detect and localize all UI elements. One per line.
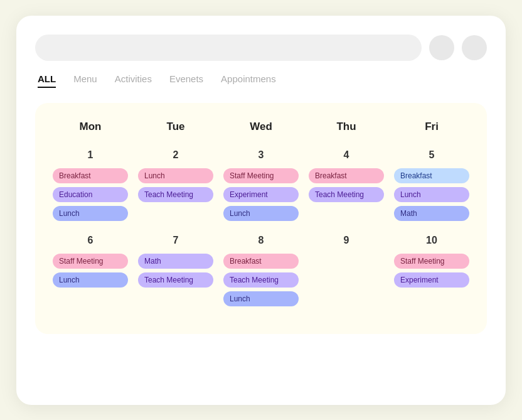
event-badge[interactable]: Breakfast [53, 168, 128, 183]
day-cell-7: 7MathTeach Meeting [133, 231, 218, 316]
menu-icon-button[interactable] [429, 35, 454, 60]
event-badge[interactable]: Lunch [53, 272, 128, 288]
user-icon-button[interactable] [462, 35, 487, 60]
event-badge[interactable]: Breakfast [394, 168, 469, 183]
event-badge[interactable]: Lunch [223, 206, 299, 221]
day-number-5: 5 [394, 149, 469, 161]
day-cell-6: 6Staff MeetingLunch [48, 231, 133, 316]
day-header-mon: Mon [48, 121, 133, 146]
calendar-grid: MonTueWedThuFri1BreakfastEducationLunch2… [48, 121, 474, 316]
event-badge[interactable]: Staff Meeting [394, 254, 469, 269]
event-badge[interactable]: Lunch [53, 206, 128, 221]
day-cell-9: 9 [304, 231, 389, 316]
event-badge[interactable]: Experiment [394, 272, 469, 288]
event-badge[interactable]: Lunch [223, 291, 299, 306]
day-cell-10: 10Staff MeetingExperiment [389, 231, 474, 316]
day-cell-2: 2LunchTeach Meeting [133, 146, 218, 231]
search-input[interactable] [35, 35, 422, 61]
day-number-8: 8 [223, 235, 299, 246]
day-number-7: 7 [138, 235, 213, 246]
top-bar [35, 35, 487, 61]
day-cell-4: 4BreakfastTeach Meeting [304, 146, 389, 231]
event-badge[interactable]: Math [394, 206, 469, 221]
event-badge[interactable]: Teach Meeting [223, 272, 299, 288]
day-header-tue: Tue [133, 121, 218, 146]
app-container: ALLMenuActivitiesEvenetsAppointmens MonT… [16, 16, 506, 405]
event-badge[interactable]: Staff Meeting [223, 168, 299, 183]
nav-tab-all[interactable]: ALL [38, 73, 56, 88]
day-header-thu: Thu [304, 121, 389, 146]
event-badge[interactable]: Staff Meeting [53, 254, 128, 269]
day-header-fri: Fri [389, 121, 474, 146]
event-badge[interactable]: Teach Meeting [138, 272, 213, 288]
event-badge[interactable]: Teach Meeting [309, 187, 384, 202]
day-number-6: 6 [53, 235, 128, 246]
day-number-3: 3 [223, 149, 299, 161]
event-badge[interactable]: Teach Meeting [138, 187, 213, 202]
day-number-10: 10 [394, 235, 469, 246]
day-cell-8: 8BreakfastTeach MeetingLunch [218, 231, 304, 316]
day-cell-3: 3Staff MeetingExperimentLunch [218, 146, 304, 231]
nav-tab-menu[interactable]: Menu [73, 73, 97, 88]
event-badge[interactable]: Math [138, 254, 213, 269]
day-number-2: 2 [138, 149, 213, 161]
day-cell-5: 5BreakfastLunchMath [389, 146, 474, 231]
event-badge[interactable]: Education [53, 187, 128, 202]
nav-tabs: ALLMenuActivitiesEvenetsAppointmens [35, 73, 487, 88]
event-badge[interactable]: Breakfast [309, 168, 384, 183]
day-cell-1: 1BreakfastEducationLunch [48, 146, 133, 231]
event-badge[interactable]: Breakfast [223, 254, 299, 269]
event-badge[interactable]: Lunch [394, 187, 469, 202]
calendar-container: MonTueWedThuFri1BreakfastEducationLunch2… [35, 103, 487, 334]
nav-tab-activities[interactable]: Activities [115, 73, 152, 88]
nav-tab-appointmens[interactable]: Appointmens [221, 73, 276, 88]
event-badge[interactable]: Experiment [223, 187, 299, 202]
event-badge[interactable]: Lunch [138, 168, 213, 183]
nav-tab-evenets[interactable]: Evenets [169, 73, 203, 88]
day-number-4: 4 [309, 149, 384, 161]
day-number-9: 9 [309, 235, 384, 246]
day-number-1: 1 [53, 149, 128, 161]
day-header-wed: Wed [218, 121, 304, 146]
